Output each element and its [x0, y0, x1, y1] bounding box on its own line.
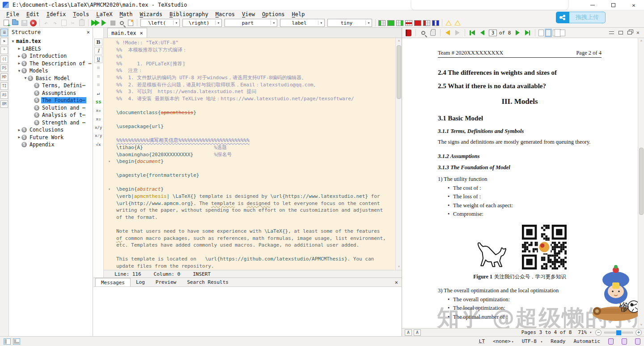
pdf-detach-icon[interactable]: [609, 31, 614, 34]
italic-icon[interactable]: I: [94, 47, 102, 55]
pdf-zoom-icon[interactable]: [419, 29, 428, 37]
slash-fraction-icon[interactable]: x⁄y: [94, 132, 102, 140]
zoom-slider-thumb[interactable]: [616, 330, 621, 335]
forward-icon[interactable]: [453, 29, 462, 37]
panel-tab-search-results[interactable]: Search Results: [182, 278, 234, 286]
structure-item-appendix[interactable]: SAppendix: [9, 141, 93, 149]
zoom-button[interactable]: [117, 19, 126, 27]
previous-page-icon[interactable]: [478, 29, 487, 37]
scroll-up-icon[interactable]: ˄: [396, 38, 402, 44]
bookmark-1-icon[interactable]: [608, 338, 614, 345]
tree-collapsed-icon[interactable]: ▶: [17, 135, 21, 139]
chevron-down-icon[interactable]: ▾: [215, 21, 221, 25]
presentation-view-icon[interactable]: [560, 30, 565, 36]
view-button[interactable]: [99, 19, 108, 27]
structure-item-strength-and--[interactable]: SStrength and ⋯: [9, 119, 93, 127]
menu-view[interactable]: View: [238, 11, 258, 17]
menu-help[interactable]: Help: [288, 11, 309, 17]
stop-button[interactable]: [108, 19, 117, 27]
menu-latex[interactable]: LaTeX: [93, 11, 116, 17]
drag-upload-button[interactable]: 拖拽上传: [569, 12, 606, 23]
bookmarks-icon[interactable]: ⚑: [0, 38, 8, 45]
layout-toggle-left-icon[interactable]: [4, 338, 11, 345]
align-right-icon[interactable]: ≡: [94, 81, 102, 89]
newline-icon[interactable]: ↵: [94, 90, 102, 97]
language-indicator[interactable]: LT: [479, 338, 485, 344]
close-file-button[interactable]: ×: [29, 19, 38, 27]
upload-widget[interactable]: 拖拽上传: [556, 12, 606, 23]
menu-tools[interactable]: Tools: [69, 11, 93, 17]
tree-collapsed-icon[interactable]: ▶: [17, 61, 21, 65]
menu-bibliography[interactable]: Bibliography: [166, 11, 212, 17]
panel-tab-log[interactable]: Log: [131, 278, 150, 286]
line-ending-indicator[interactable]: Automatic: [573, 338, 600, 344]
structure-item-assumptions[interactable]: SAssumptions: [9, 90, 93, 97]
scroll-down-icon[interactable]: ˅: [396, 264, 402, 270]
zoom-out-icon[interactable]: −: [595, 329, 602, 336]
chevron-down-icon[interactable]: ▾: [318, 21, 324, 25]
pdf-scrollbar[interactable]: ˄ ˅: [638, 38, 644, 328]
new-document-button[interactable]: +: [2, 19, 11, 27]
menu-wizards[interactable]: Wizards: [136, 11, 166, 17]
structure-close-icon[interactable]: ×: [87, 29, 90, 35]
pan-hand-icon[interactable]: [428, 29, 437, 37]
menu-edit[interactable]: Edit: [23, 11, 43, 17]
fraction-icon[interactable]: x/y: [94, 124, 102, 131]
symbols-icon[interactable]: *: [0, 47, 8, 54]
pdf-restore-icon[interactable]: [619, 31, 623, 34]
chevron-down-icon[interactable]: ▾: [271, 21, 277, 25]
toolbar-dropdown-1[interactable]: \right)▾: [182, 19, 222, 27]
tree-expanded-icon[interactable]: ▼: [17, 69, 21, 73]
code-editor[interactable]: % !Mode:: "TeX:UTF-8"%% 本模板推荐以下方式编译：%%%%…: [104, 38, 402, 270]
toolbar-dropdown-3[interactable]: label▾: [280, 19, 325, 27]
structure-item-the-foundatio-[interactable]: SThe Foundatio⋯: [9, 97, 93, 104]
menu-file[interactable]: File: [3, 11, 23, 17]
pdf-close-icon[interactable]: ×: [636, 30, 640, 36]
smallcaps-icon[interactable]: ss: [94, 98, 102, 106]
font-size-icon[interactable]: A: [405, 329, 412, 336]
brackets-icon[interactable]: ({: [0, 56, 8, 63]
superscript-icon[interactable]: x▫: [94, 115, 102, 123]
layout-toggle-bottom-icon[interactable]: [13, 338, 20, 345]
next-page-icon[interactable]: [513, 29, 522, 37]
toggle-book-icon[interactable]: [404, 29, 413, 37]
structure-item-introduction[interactable]: ▶SIntroduction: [9, 52, 93, 60]
align-center-icon[interactable]: ≡: [94, 73, 102, 80]
chevron-down-icon[interactable]: ▾: [365, 21, 372, 25]
remove-table-icon[interactable]: [413, 19, 422, 27]
delta-outline-icon[interactable]: [453, 19, 462, 27]
structure-item-terms--defini-[interactable]: STerms, Defini⋯: [9, 82, 93, 90]
panel-tab-preview[interactable]: Preview: [150, 278, 182, 286]
toolbar-dropdown-0[interactable]: \left(▾: [140, 19, 180, 27]
cut-button[interactable]: ✂: [68, 19, 77, 27]
menu-macros[interactable]: Macros: [212, 11, 238, 17]
chevron-down-icon[interactable]: ▾: [173, 21, 179, 25]
fold-marker-icon[interactable]: ▾: [108, 158, 110, 165]
tikz-icon[interactable]: TI: [0, 82, 8, 90]
sqrt-icon[interactable]: √x: [94, 141, 102, 148]
close-button[interactable]: ×: [623, 0, 644, 10]
insert-column-icon[interactable]: [386, 19, 395, 27]
zoom-in-icon[interactable]: +: [636, 329, 642, 336]
structure-item-main-tex[interactable]: ▼main.tex: [9, 38, 93, 45]
tree-collapsed-icon[interactable]: ▶: [17, 47, 21, 51]
messages-close-icon[interactable]: ×: [395, 279, 398, 286]
beamer-icon[interactable]: BM: [0, 100, 8, 108]
delta-icon[interactable]: [444, 19, 453, 27]
remove-column-icon[interactable]: [422, 19, 431, 27]
tree-collapsed-icon[interactable]: ▶: [17, 128, 21, 132]
pdf-scroll-thumb[interactable]: [639, 148, 644, 215]
toolbar-dropdown-2[interactable]: part▾: [225, 19, 277, 27]
zoom-slider[interactable]: [604, 332, 633, 333]
tree-expanded-icon[interactable]: ▼: [23, 76, 28, 80]
zoom-level[interactable]: 71%: [578, 329, 587, 335]
menu-options[interactable]: Options: [258, 11, 288, 17]
log-button[interactable]: [126, 19, 135, 27]
page-number-input[interactable]: 3: [489, 30, 497, 36]
metapost-icon[interactable]: MP: [0, 73, 8, 81]
tab-main-tex[interactable]: main.tex ×: [107, 28, 147, 38]
structure-item-basic-model[interactable]: ▼SBasic Model: [9, 75, 93, 82]
editor-scrollbar[interactable]: ˄ ˅: [395, 38, 402, 270]
paste-button[interactable]: [77, 19, 86, 27]
pstricks-icon[interactable]: PS: [0, 64, 8, 72]
